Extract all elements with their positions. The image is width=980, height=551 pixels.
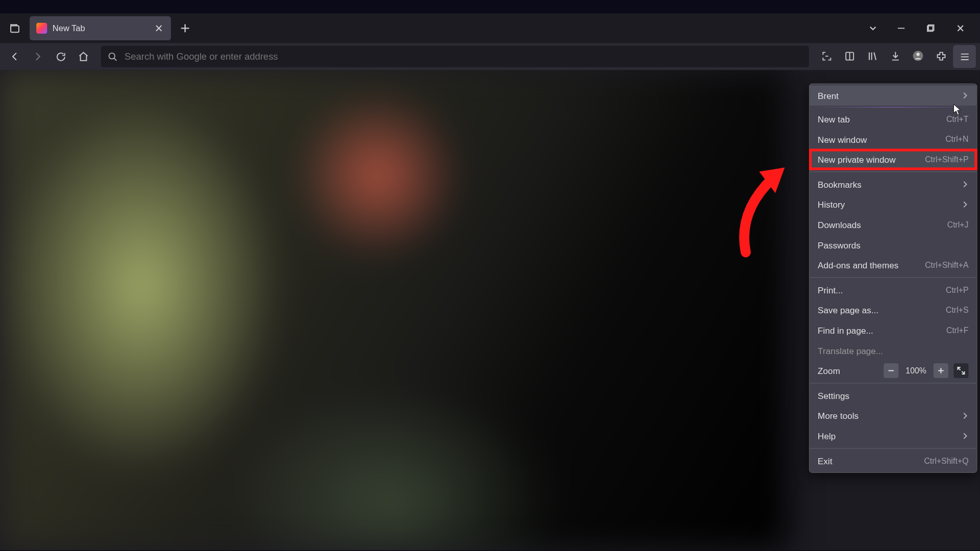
- account-button[interactable]: [907, 45, 928, 66]
- tab-close-button[interactable]: [154, 24, 164, 32]
- menu-save-page[interactable]: Save page as... Ctrl+S: [810, 300, 976, 320]
- extensions-button[interactable]: [930, 45, 951, 66]
- app-menu-button[interactable]: [953, 45, 976, 68]
- home-button[interactable]: [72, 46, 94, 67]
- menu-new-tab[interactable]: New tab Ctrl+T: [810, 109, 976, 130]
- menu-bookmarks[interactable]: Bookmarks: [810, 174, 976, 195]
- library-button[interactable]: [862, 45, 883, 66]
- zoom-in-button[interactable]: [934, 363, 948, 378]
- search-icon: [108, 52, 118, 62]
- tab-title: New Tab: [53, 23, 148, 33]
- app-menu: Brent New tab Ctrl+T New window Ctrl+N N…: [809, 84, 977, 473]
- svg-rect-0: [11, 26, 19, 32]
- back-button[interactable]: [4, 46, 26, 67]
- recent-browsing-button[interactable]: [3, 16, 27, 40]
- zoom-value: 100%: [904, 366, 928, 375]
- url-bar[interactable]: [101, 46, 809, 67]
- blurred-background: [0, 70, 788, 550]
- screenshot-button[interactable]: [816, 45, 837, 66]
- menu-more-tools[interactable]: More tools: [810, 406, 976, 426]
- svg-point-3: [109, 53, 115, 59]
- menu-find[interactable]: Find in page... Ctrl+F: [810, 320, 976, 341]
- firefox-icon: [36, 23, 47, 34]
- reader-view-button[interactable]: [839, 45, 860, 66]
- menu-downloads[interactable]: Downloads Ctrl+J: [810, 215, 976, 235]
- new-tab-button[interactable]: [174, 17, 197, 40]
- window-minimize-button[interactable]: [887, 17, 915, 40]
- fullscreen-button[interactable]: [953, 363, 968, 378]
- chevron-right-icon: [962, 181, 968, 188]
- zoom-out-button[interactable]: [884, 363, 898, 378]
- window-close-button[interactable]: [946, 17, 974, 40]
- menu-account-label: Brent: [818, 90, 839, 101]
- reload-button[interactable]: [50, 46, 71, 67]
- chevron-right-icon: [962, 201, 968, 208]
- menu-history[interactable]: History: [810, 194, 976, 215]
- menu-print[interactable]: Print... Ctrl+P: [810, 280, 976, 300]
- tab-bar: New Tab: [0, 13, 980, 43]
- tab-new-tab[interactable]: New Tab: [30, 16, 171, 40]
- window-maximize-button[interactable]: [917, 17, 945, 40]
- menu-translate: Translate page...: [810, 340, 976, 361]
- downloads-button[interactable]: [885, 45, 906, 66]
- svg-point-6: [916, 53, 919, 56]
- chevron-right-icon: [962, 433, 968, 439]
- chevron-right-icon: [962, 412, 968, 419]
- menu-addons[interactable]: Add-ons and themes Ctrl+Shift+A: [810, 255, 976, 276]
- menu-zoom-row: Zoom 100%: [810, 361, 976, 381]
- menu-settings[interactable]: Settings: [810, 386, 976, 406]
- forward-button[interactable]: [27, 46, 48, 67]
- menu-exit[interactable]: Exit Ctrl+Shift+Q: [810, 450, 976, 471]
- menu-passwords[interactable]: Passwords: [810, 235, 976, 255]
- menu-account[interactable]: Brent: [810, 85, 976, 106]
- chevron-right-icon: [962, 92, 968, 99]
- address-input[interactable]: [125, 51, 802, 62]
- menu-new-private-window[interactable]: New private window Ctrl+Shift+P: [810, 149, 976, 170]
- list-all-tabs-button[interactable]: [859, 17, 887, 40]
- menu-help[interactable]: Help: [810, 426, 976, 446]
- nav-toolbar: [0, 43, 980, 70]
- menu-new-window[interactable]: New window Ctrl+N: [810, 129, 976, 149]
